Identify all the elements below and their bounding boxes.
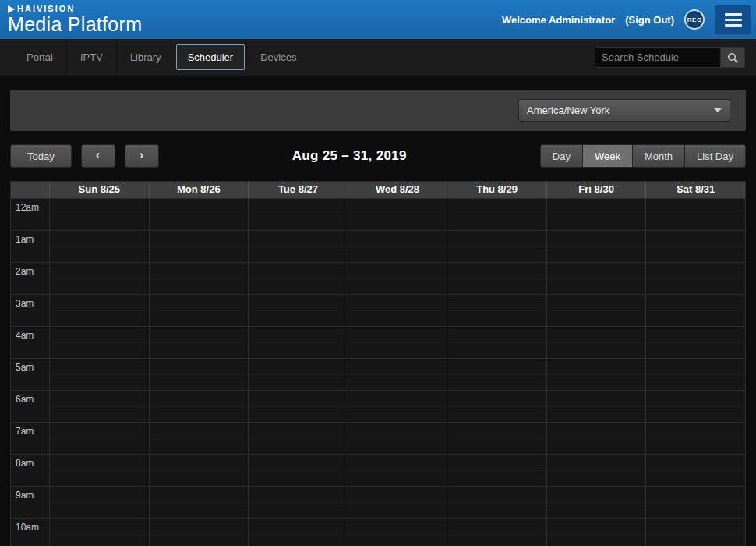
time-slot[interactable]	[248, 422, 348, 454]
time-slot[interactable]	[248, 198, 348, 230]
time-slot[interactable]	[348, 326, 447, 358]
time-slot[interactable]	[645, 326, 745, 358]
time-slot[interactable]	[546, 454, 646, 486]
time-slot[interactable]	[447, 454, 546, 486]
time-slot[interactable]	[645, 198, 745, 230]
week-calendar: Sun 8/25Mon 8/26Tue 8/27Wed 8/28Thu 8/29…	[10, 181, 746, 546]
time-slot[interactable]	[546, 262, 646, 294]
search-icon	[727, 52, 738, 63]
time-slot[interactable]	[149, 390, 249, 422]
nav-tab-iptv[interactable]: IPTV	[66, 39, 116, 76]
search-button[interactable]	[721, 47, 745, 68]
time-slot[interactable]	[149, 326, 249, 358]
time-slot[interactable]	[149, 198, 249, 230]
time-slot[interactable]	[447, 390, 546, 422]
time-slot[interactable]	[149, 422, 249, 454]
time-slot[interactable]	[149, 486, 249, 518]
time-slot[interactable]	[546, 518, 646, 546]
time-slot[interactable]	[447, 518, 546, 546]
today-button[interactable]: Today	[10, 144, 72, 168]
time-slot[interactable]	[348, 230, 447, 262]
time-slot[interactable]	[447, 422, 546, 454]
next-week-button[interactable]: ›	[125, 144, 159, 168]
time-slot[interactable]	[546, 390, 646, 422]
time-slot[interactable]	[645, 358, 745, 390]
time-slot[interactable]	[49, 358, 149, 390]
time-slot[interactable]	[645, 390, 745, 422]
nav-tab-scheduler[interactable]: Scheduler	[176, 44, 246, 70]
time-slot[interactable]	[49, 326, 149, 358]
time-slot[interactable]	[49, 486, 149, 518]
search-input[interactable]	[595, 47, 721, 68]
hamburger-menu-button[interactable]	[715, 5, 751, 34]
time-slot[interactable]	[546, 294, 646, 326]
time-slot[interactable]	[645, 262, 745, 294]
time-slot[interactable]	[546, 422, 646, 454]
time-slot[interactable]	[645, 294, 745, 326]
time-slot[interactable]	[49, 294, 149, 326]
time-slot[interactable]	[49, 454, 149, 486]
time-slot[interactable]	[645, 422, 745, 454]
sign-out-link[interactable]: (Sign Out)	[625, 14, 674, 26]
day-header-6: Sat 8/31	[645, 182, 745, 198]
timezone-select[interactable]: America/New York	[518, 99, 730, 122]
time-slot[interactable]	[248, 294, 348, 326]
time-slot[interactable]	[149, 358, 249, 390]
time-slot[interactable]	[447, 486, 546, 518]
view-button-month[interactable]: Month	[632, 144, 685, 168]
time-slot[interactable]	[348, 486, 447, 518]
rec-indicator[interactable]: REC	[684, 9, 705, 30]
view-button-list-day[interactable]: List Day	[684, 144, 746, 168]
time-slot[interactable]	[348, 518, 447, 546]
time-slot[interactable]	[546, 326, 646, 358]
time-slot[interactable]	[248, 390, 348, 422]
time-slot[interactable]	[149, 454, 249, 486]
time-slot[interactable]	[348, 358, 447, 390]
time-slot[interactable]	[546, 486, 646, 518]
time-slot[interactable]	[546, 198, 646, 230]
time-slot[interactable]	[49, 390, 149, 422]
time-slot[interactable]	[348, 294, 447, 326]
time-slot[interactable]	[645, 486, 745, 518]
nav-tab-library[interactable]: Library	[116, 39, 175, 76]
time-slot[interactable]	[149, 230, 249, 262]
time-slot[interactable]	[248, 518, 348, 546]
time-slot[interactable]	[49, 262, 149, 294]
time-slot[interactable]	[645, 454, 745, 486]
time-slot[interactable]	[248, 486, 348, 518]
time-slot[interactable]	[447, 358, 546, 390]
time-slot[interactable]	[348, 198, 447, 230]
time-slot[interactable]	[348, 390, 447, 422]
time-slot[interactable]	[348, 454, 447, 486]
time-slot[interactable]	[248, 262, 348, 294]
view-button-day[interactable]: Day	[540, 144, 583, 168]
time-label-5: 5am	[11, 358, 49, 390]
time-slot[interactable]	[447, 230, 546, 262]
time-slot[interactable]	[248, 230, 348, 262]
time-slot[interactable]	[645, 230, 745, 262]
time-slot[interactable]	[248, 326, 348, 358]
time-slot[interactable]	[248, 358, 348, 390]
time-slot[interactable]	[447, 326, 546, 358]
time-slot[interactable]	[49, 518, 149, 546]
time-slot[interactable]	[149, 518, 249, 546]
time-slot[interactable]	[49, 422, 149, 454]
time-slot[interactable]	[546, 230, 646, 262]
time-slot[interactable]	[149, 262, 249, 294]
view-button-week[interactable]: Week	[582, 144, 633, 168]
time-slot[interactable]	[447, 198, 546, 230]
time-slot[interactable]	[546, 358, 646, 390]
time-slot[interactable]	[645, 518, 745, 546]
time-slot[interactable]	[248, 454, 348, 486]
nav-tab-portal[interactable]: Portal	[13, 39, 66, 76]
time-slot[interactable]	[348, 262, 447, 294]
time-slot[interactable]	[447, 262, 546, 294]
time-slot[interactable]	[49, 198, 149, 230]
time-slot[interactable]	[49, 230, 149, 262]
prev-week-button[interactable]: ‹	[81, 144, 115, 168]
time-label-9: 9am	[11, 486, 49, 518]
time-slot[interactable]	[149, 294, 249, 326]
time-slot[interactable]	[447, 294, 546, 326]
nav-tab-devices[interactable]: Devices	[246, 39, 309, 76]
time-slot[interactable]	[348, 422, 447, 454]
